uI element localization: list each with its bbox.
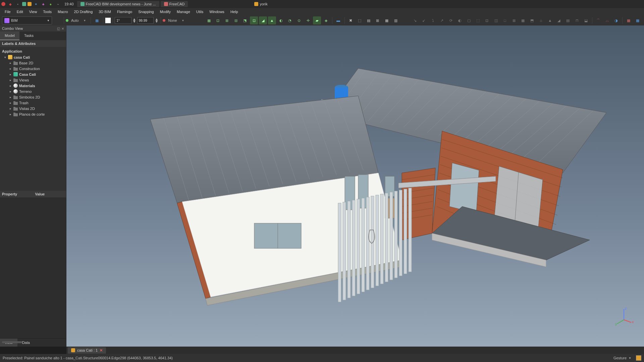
tool-button[interactable]: ▦ [634,16,642,24]
menu-manage[interactable]: Manage [174,9,193,15]
tool-button[interactable]: ◐ [456,16,464,24]
close-icon[interactable]: ✕ [100,348,103,353]
snap-midpoint-button[interactable]: ◢ [259,16,267,24]
none-label[interactable]: None [167,18,178,22]
snap-button[interactable]: ⊟ [232,16,240,24]
tool-button[interactable]: ⬚ [356,16,364,24]
tool-button[interactable]: ▲ [546,16,554,24]
menu-flamingo[interactable]: Flamingo [114,9,135,15]
snap-grid-button[interactable]: ▦ [205,16,213,24]
tool-button[interactable]: ⌓ [603,16,611,24]
close-icon[interactable]: ✕ [61,27,64,31]
dropdown-icon[interactable]: ▼ [81,16,89,24]
tool-button[interactable]: ⌒ [594,16,602,24]
snap-button[interactable]: ◈ [322,16,330,24]
tool-button[interactable]: ↙ [420,16,428,24]
tree-item[interactable]: ▸Views [0,77,66,83]
menu-view[interactable]: View [26,9,40,15]
tree-item[interactable]: ▸Base 2D [0,60,66,66]
snap-button[interactable]: ⊙ [295,16,303,24]
tree-item[interactable]: ▸Casa Cati [0,71,66,77]
menu-windows[interactable]: Windows [207,9,227,15]
nav-cube-icon[interactable] [636,355,641,361]
svg-rect-78 [376,195,379,286]
tool-button[interactable]: ▦ [383,16,391,24]
tool-button[interactable]: ⬚ [474,16,482,24]
menu-help[interactable]: Help [228,9,241,15]
snap-button[interactable]: ◔ [286,16,294,24]
material-icon [13,83,18,88]
tree-project[interactable]: ▾ casa Cati [0,54,66,60]
menu-2ddrafting[interactable]: 2D Drafting [71,9,96,15]
tool-button[interactable]: ⬓ [582,16,590,24]
tree-item[interactable]: ▸Vistas 2D [0,106,66,111]
snap-button[interactable]: ▲ [268,16,276,24]
snap-button[interactable]: ⊞ [223,16,231,24]
tool-button[interactable]: ▢ [465,16,473,24]
tool-button[interactable]: ▤ [564,16,572,24]
snap-button[interactable]: ◐ [277,16,285,24]
axis-gizmo[interactable]: z x y [614,306,634,326]
tree-item[interactable]: ▸Construction [0,66,66,71]
tool-button[interactable]: ⊞ [510,16,518,24]
snap-button[interactable]: ✛ [304,16,312,24]
snap-button[interactable]: ⬔ [241,16,249,24]
snap-endpoint-button[interactable]: ⊡ [250,16,258,24]
chevron-down-icon[interactable]: ▼ [629,357,631,360]
tool-button[interactable]: □ [501,16,509,24]
tool-button[interactable]: ◫ [492,16,500,24]
float-icon[interactable]: ◱ [57,27,60,31]
tab-tasks[interactable]: Tasks [19,32,38,40]
line-color-swatch[interactable] [105,17,111,23]
tool-button[interactable]: ◑ [612,16,620,24]
tree-item[interactable]: ▸Planos de corte [0,111,66,117]
tree-item[interactable]: ▸Trash [0,100,66,106]
clock: 19:40 [64,2,74,6]
chevron-down-icon: ▼ [47,19,50,22]
tool-button[interactable]: ◢ [555,16,563,24]
menu-file[interactable]: File [2,9,13,15]
tool-button[interactable]: ⌂ [537,16,545,24]
3d-viewport[interactable]: z x y [66,25,644,347]
tree-item[interactable]: ▸Terreno [0,88,66,94]
tool-button[interactable]: ▤ [365,16,373,24]
menu-utils[interactable]: Utils [194,9,206,15]
snap-dimensions-button[interactable]: ▬ [334,16,342,24]
window-tab[interactable]: FreeCAD BIM development news - June ... [77,1,159,7]
tool-button[interactable]: ⊡ [483,16,491,24]
workbench-selector[interactable]: BIM ▼ [2,16,52,24]
tool-button[interactable]: ✖ [347,16,355,24]
line-width-field[interactable]: 1° [115,17,131,24]
window-tab[interactable]: yorik [251,1,271,7]
menu-macro[interactable]: Macro [55,9,71,15]
tool-button[interactable]: ↘ [411,16,419,24]
nav-mode-label[interactable]: Gesture [613,356,627,360]
menu-3dbim[interactable]: 3D BIM [96,9,114,15]
construction-mode-button[interactable]: ▦ [93,16,101,24]
window-tab[interactable]: FreeCAD [161,1,188,7]
dropdown-icon[interactable]: ▼ [179,16,187,24]
tool-button[interactable]: ⟳ [447,16,455,24]
tool-button[interactable]: ⊞ [374,16,382,24]
menu-modify[interactable]: Modify [157,9,173,15]
menu-tools[interactable]: Tools [40,9,54,15]
auto-label[interactable]: Auto [70,18,80,22]
document-tab[interactable]: casa Cati : 1 ✕ [68,347,106,354]
snap-button[interactable]: ⊡ [214,16,222,24]
tool-button[interactable]: ↗ [438,16,446,24]
menu-snapping[interactable]: Snapping [136,9,157,15]
menu-edit[interactable]: Edit [14,9,26,15]
tool-button[interactable]: ⬒ [528,16,536,24]
tree-item[interactable]: ▸Simbolos 2D [0,94,66,100]
window-close-icon[interactable] [1,2,5,6]
tree-root[interactable]: Application [0,48,66,54]
tab-model[interactable]: Model [0,32,19,40]
tool-button[interactable]: ▦ [625,16,633,24]
tool-button[interactable]: ⤵ [429,16,437,24]
font-size-field[interactable]: 99.99 [137,17,154,24]
tool-button[interactable]: ▦ [519,16,527,24]
tool-button[interactable]: ⊓ [573,16,581,24]
tree-item[interactable]: ▸Materials [0,83,66,88]
tool-button[interactable]: ▥ [392,16,400,24]
snap-workingplane-button[interactable]: ▰ [313,16,321,24]
